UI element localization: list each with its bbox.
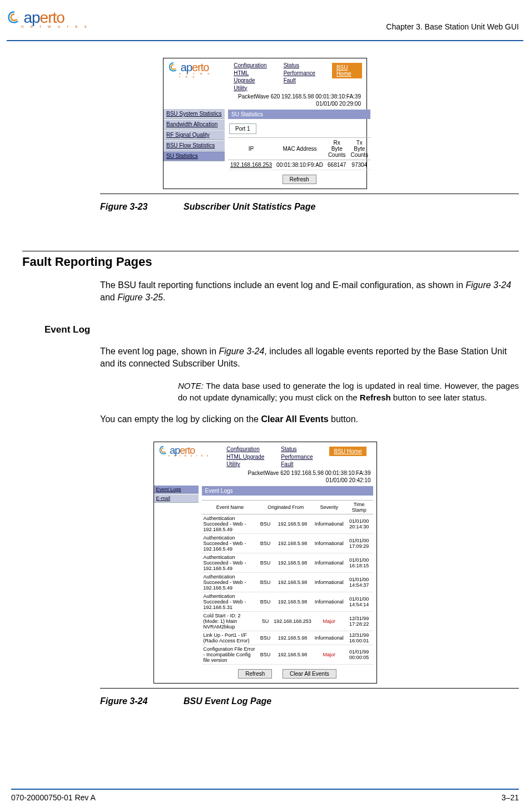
- bsu-home-button[interactable]: BSU Home: [332, 63, 362, 78]
- col-originated-from: Originated From: [259, 500, 313, 514]
- aperto-logo: aperto n e t w o r k s: [7, 10, 90, 29]
- clear-all-events-button[interactable]: Clear All Events: [283, 669, 336, 679]
- nav-html-upgrade[interactable]: HTML Upgrade: [234, 70, 266, 85]
- nav-configuration[interactable]: Configuration: [226, 445, 264, 453]
- table-row: Authentication Succeeded - Web - 192.168…: [202, 514, 373, 533]
- nav-utility[interactable]: Utility: [234, 85, 266, 92]
- table-row: Authentication Succeeded - Web - 192.168…: [202, 533, 373, 553]
- sidebar-item-bsu-flow[interactable]: BSU Flow Statistics: [164, 140, 225, 151]
- para-event-log-1: The event log page, shown in Figure 3-24…: [100, 345, 519, 369]
- aperto-logo: aperto n e t w o r k s: [158, 445, 210, 457]
- bsu-home-button[interactable]: BSU Home: [329, 447, 366, 456]
- table-row: 192.168.168.253 00:01:38:10:F9:AD 668147…: [228, 160, 370, 170]
- table-row: Cold Start - ID: 2 (Mode: 1) Main NVRAM2…: [202, 611, 373, 631]
- footer-rule: [11, 789, 519, 790]
- panel-title: SU Statistics: [228, 110, 370, 119]
- sidebar-item-rf-signal[interactable]: RF Signal Quality: [164, 130, 225, 140]
- figure-rule: [100, 194, 519, 194]
- doc-id: 070-20000750-01 Rev A: [11, 793, 96, 802]
- nav-configuration[interactable]: Configuration: [234, 62, 266, 70]
- sidebar-item-event-logs[interactable]: Event Logs: [154, 485, 199, 494]
- refresh-button[interactable]: Refresh: [283, 175, 316, 184]
- heading-fault-reporting: Fault Reporting Pages: [22, 251, 519, 269]
- table-row: Configuration File Error - Incompatible …: [202, 645, 373, 664]
- figure-3-23-screenshot: aperto n e t w o r k s Configuration HTM…: [163, 58, 367, 189]
- col-mac: MAC Address: [274, 138, 325, 160]
- sidebar-item-email[interactable]: E-mail: [154, 494, 199, 503]
- page-number: 3–21: [502, 793, 519, 802]
- chapter-title: Chapter 3. Base Station Unit Web GUI: [386, 22, 519, 31]
- device-info-line1: PacketWave 620 192.168.5.98 00:01:38:10:…: [164, 93, 361, 100]
- table-row: Authentication Succeeded - Web - 192.168…: [202, 572, 373, 592]
- swirl-icon: [7, 11, 21, 25]
- heading-event-log: Event Log: [44, 324, 519, 335]
- col-ip: IP: [228, 138, 274, 160]
- su-stats-table: IP MAC Address Rx Byte Counts Tx Byte Co…: [228, 137, 370, 170]
- note-refresh: NOTE: The data base used to generate the…: [178, 380, 519, 403]
- col-tx: Tx Byte Counts: [348, 138, 370, 160]
- table-row: Authentication Succeeded - Web - 192.168…: [202, 592, 373, 611]
- nav-performance[interactable]: Performance: [284, 70, 315, 77]
- port1-tab[interactable]: Port 1: [229, 123, 256, 134]
- device-info-line1: PacketWave 620 192.168.5.98 00:01:38:10:…: [154, 469, 371, 477]
- nav-utility[interactable]: Utility: [226, 461, 264, 468]
- sidebar-item-bsu-system-stats[interactable]: BSU System Statistics: [164, 108, 225, 119]
- para-event-log-2: You can empty the log by clicking on the…: [100, 413, 519, 425]
- sidebar-item-su-stats[interactable]: SU Statistics: [164, 151, 225, 161]
- nav-performance[interactable]: Performance: [281, 453, 313, 461]
- device-info-line2: 01/01/00 20:29:00: [164, 100, 361, 107]
- col-rx: Rx Byte Counts: [325, 138, 348, 160]
- figure-3-23-caption: Figure 3-23Subscriber Unit Statistics Pa…: [100, 202, 519, 212]
- nav-html-upgrade[interactable]: HTML Upgrade: [226, 453, 264, 461]
- nav-fault[interactable]: Fault: [284, 77, 315, 85]
- sidebar-item-bandwidth[interactable]: Bandwidth Allocation: [164, 119, 225, 130]
- aperto-logo: aperto n e t w o r k s: [168, 62, 217, 78]
- para-fault-intro: The BSU fault reporting functions includ…: [100, 279, 519, 303]
- col-timestamp: Time Stamp: [345, 500, 373, 514]
- device-info-line2: 01/01/00 20:42:10: [154, 477, 371, 484]
- refresh-button[interactable]: Refresh: [238, 669, 272, 679]
- nav-fault[interactable]: Fault: [281, 461, 313, 468]
- header-rule: [7, 40, 523, 41]
- event-log-table: Event Name Originated From Severity Time…: [202, 500, 373, 665]
- nav-status[interactable]: Status: [284, 62, 315, 70]
- panel-title: Event Logs: [202, 486, 373, 496]
- col-event-name: Event Name: [202, 500, 259, 514]
- figure-3-24-caption: Figure 3-24BSU Event Log Page: [100, 696, 519, 706]
- table-row: Authentication Succeeded - Web - 192.168…: [202, 553, 373, 572]
- table-row: Link Up - Port1 - I/F (Radio Access Erro…: [202, 631, 373, 645]
- figure-3-24-screenshot: aperto n e t w o r k s Configuration HTM…: [153, 442, 377, 684]
- col-severity: Severity: [313, 500, 345, 514]
- figure-rule: [100, 688, 519, 689]
- nav-status[interactable]: Status: [281, 445, 313, 453]
